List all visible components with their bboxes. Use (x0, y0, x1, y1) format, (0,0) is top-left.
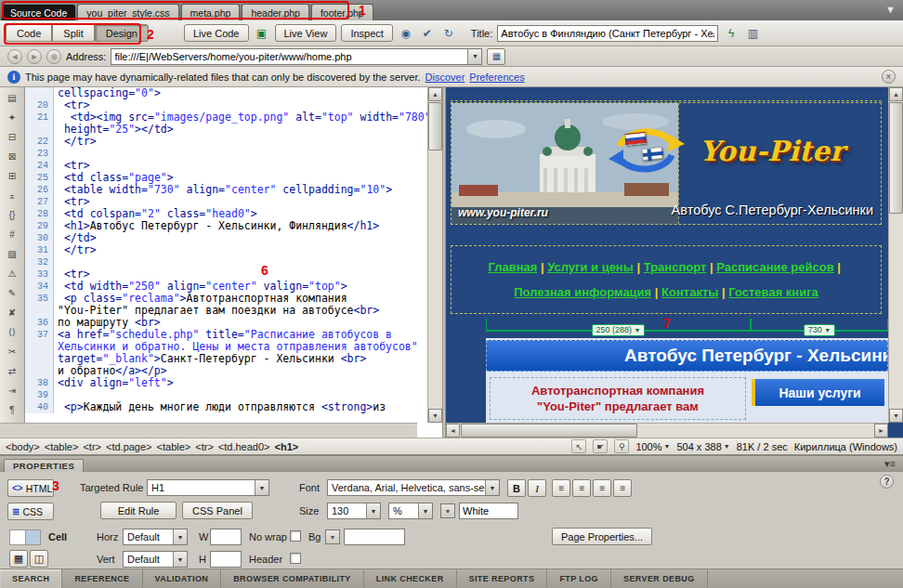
code-view-pane[interactable]: cellspacing="0">20 <tr>21 <td><img src="… (25, 87, 427, 423)
scroll-left-icon[interactable]: ◄ (446, 424, 460, 438)
design-horizontal-scrollbar[interactable]: ◄ ► (446, 423, 888, 438)
scroll-up-icon[interactable]: ▲ (889, 87, 903, 101)
column-width-marker[interactable]: 250 (288) ▼ (486, 319, 751, 332)
live-view-options-icon[interactable]: ϟ (723, 25, 739, 42)
no-wrap-checkbox[interactable] (290, 530, 301, 542)
remove-comment-icon[interactable]: ✘ (4, 306, 20, 319)
file-tab[interactable]: header.php (242, 4, 309, 20)
code-text[interactable]: <h1>Автобус Петербург - Хельсинки, Финля… (54, 220, 379, 232)
wrap-tag-icon[interactable]: ⟨⟩ (4, 325, 20, 338)
address-input[interactable] (111, 51, 467, 62)
code-text[interactable]: <table width="730" align="center" cellpa… (54, 184, 392, 196)
site-nav-link[interactable]: Полезная информация (514, 285, 651, 299)
live-view-button[interactable]: Live View (275, 24, 337, 42)
tag-selector-item[interactable]: <tr> (83, 441, 101, 452)
results-tab[interactable]: LINK CHECKER (364, 569, 457, 588)
open-documents-icon[interactable]: ▤ (4, 91, 20, 104)
site-nav-link[interactable]: Главная (488, 260, 537, 274)
format-source-code-icon[interactable]: ¶ (4, 403, 20, 416)
tag-selector-item[interactable]: <h1> (275, 441, 299, 452)
dropdown-arrow-icon[interactable]: ▼ (173, 529, 187, 544)
css-mode-button[interactable]: ≣ CSS (7, 503, 54, 520)
code-vertical-scrollbar[interactable]: ▲ ▼ (427, 87, 442, 423)
inspect-button[interactable]: Inspect (341, 24, 392, 42)
design-canvas[interactable]: www.you-piter.ru You-Piter Автобу (446, 87, 888, 423)
code-text[interactable]: </tr> (54, 136, 97, 148)
site-nav-link[interactable]: Расписание рейсов (716, 260, 833, 274)
file-tab[interactable]: you_piter_style.css (77, 4, 178, 20)
site-header[interactable]: www.you-piter.ru You-Piter Автобу (451, 102, 882, 225)
refresh-design-view-icon[interactable]: ↻ (440, 25, 457, 42)
code-text[interactable]: <p>Каждый день многие люди отправляются … (54, 401, 386, 413)
services-cell[interactable]: Наши услуги (752, 377, 884, 420)
text-color-swatch[interactable]: ▼ (440, 503, 455, 518)
recent-snippets-icon[interactable]: ✂ (4, 345, 20, 358)
tag-selector-item[interactable]: <td.page> (106, 441, 152, 452)
split-view-button[interactable]: Split (52, 24, 94, 42)
results-tab[interactable]: VALIDATION (143, 569, 222, 588)
document-title-input[interactable] (497, 25, 718, 42)
zoom-tool-icon[interactable]: ⚲ (614, 439, 629, 453)
balance-braces-icon[interactable]: {} (4, 208, 20, 221)
syntax-error-alerts-icon[interactable]: ⚠ (4, 267, 20, 280)
scroll-right-icon[interactable]: ► (874, 424, 888, 438)
highlight-invalid-code-icon[interactable]: ▨ (4, 247, 20, 260)
size-select[interactable]: 130 ▼ (327, 503, 381, 519)
code-line[interactable]: 31 </tr> (25, 244, 427, 256)
live-view-options-grid-icon[interactable]: ▦ (487, 48, 505, 65)
page-heading[interactable]: Автобус Петербург - Хельсинки (486, 340, 888, 372)
targeted-rule-select[interactable]: H1 ▼ (147, 479, 269, 496)
design-vscroll-thumb[interactable] (889, 102, 903, 214)
bg-color-input[interactable] (344, 529, 405, 545)
tag-selector-item[interactable]: <td.head0> (218, 441, 270, 452)
code-text[interactable]: </tr> (54, 244, 97, 256)
design-vertical-scrollbar[interactable]: ▲ ▼ (888, 87, 903, 423)
hand-tool-icon[interactable]: ☛ (593, 439, 608, 453)
move-convert-css-icon[interactable]: ⇄ (4, 364, 20, 377)
tag-selector-item[interactable]: <tr> (195, 441, 214, 452)
stop-icon[interactable]: ⊗ (46, 49, 61, 64)
header-checkbox[interactable] (290, 553, 301, 564)
source-code-tab[interactable]: Source Code (2, 5, 75, 20)
results-tab[interactable]: SERVER DEBUG (611, 569, 708, 588)
code-view-button[interactable]: Code (6, 24, 52, 42)
show-code-navigator-icon[interactable]: ✦ (4, 111, 20, 124)
results-tab[interactable]: FTP LOG (547, 569, 611, 588)
text-color-input[interactable] (459, 503, 518, 519)
bold-button[interactable]: B (507, 479, 526, 497)
horz-align-select[interactable]: Default ▼ (123, 529, 188, 545)
css-panel-button[interactable]: CSS Panel (182, 502, 253, 519)
scroll-down-icon[interactable]: ▼ (889, 409, 903, 423)
results-tab[interactable]: SEARCH (0, 569, 62, 588)
cell-height-input[interactable] (210, 551, 242, 568)
validate-markup-icon[interactable]: ✔ (419, 25, 436, 42)
close-info-bar-icon[interactable]: × (882, 70, 896, 84)
html-mode-button[interactable]: <> HTML (7, 479, 54, 497)
site-nav-link[interactable]: Транспорт (644, 260, 707, 274)
page-top-strip[interactable] (451, 89, 882, 101)
code-line[interactable]: 22 </tr> (25, 136, 427, 148)
window-size-select[interactable]: 504 x 388▼ (676, 441, 729, 452)
help-icon[interactable]: ? (880, 475, 894, 489)
site-nav-link[interactable]: Услуги и цены (547, 260, 634, 274)
split-cell-button[interactable]: ◫ (30, 550, 48, 568)
results-tab[interactable]: SITE REPORTS (457, 569, 548, 588)
design-view-pane[interactable]: www.you-piter.ru You-Piter Автобу (446, 87, 903, 438)
collapse-full-tag-icon[interactable]: ⊟ (4, 130, 20, 143)
code-scroll-thumb[interactable] (428, 102, 442, 150)
dropdown-arrow-icon[interactable]: ▼ (255, 480, 268, 495)
scroll-up-icon[interactable]: ▲ (428, 87, 442, 101)
check-browser-compatibility-icon[interactable]: ▣ (254, 25, 270, 42)
preferences-link[interactable]: Preferences (469, 72, 524, 83)
dropdown-arrow-icon[interactable]: ▼ (366, 503, 380, 518)
live-code-button[interactable]: Live Code (184, 24, 249, 42)
italic-button[interactable]: I (528, 479, 546, 497)
results-tab[interactable]: REFERENCE (62, 569, 142, 588)
apply-comment-icon[interactable]: ✎ (4, 286, 20, 299)
design-view-button[interactable]: Design (95, 24, 149, 42)
site-nav-link[interactable]: Гостевая книга (728, 285, 818, 299)
tag-selector-item[interactable]: <body> (6, 441, 40, 452)
forward-icon[interactable]: ► (27, 49, 42, 64)
scroll-down-icon[interactable]: ▼ (428, 409, 442, 423)
indent-code-icon[interactable]: ⇥ (4, 384, 20, 397)
